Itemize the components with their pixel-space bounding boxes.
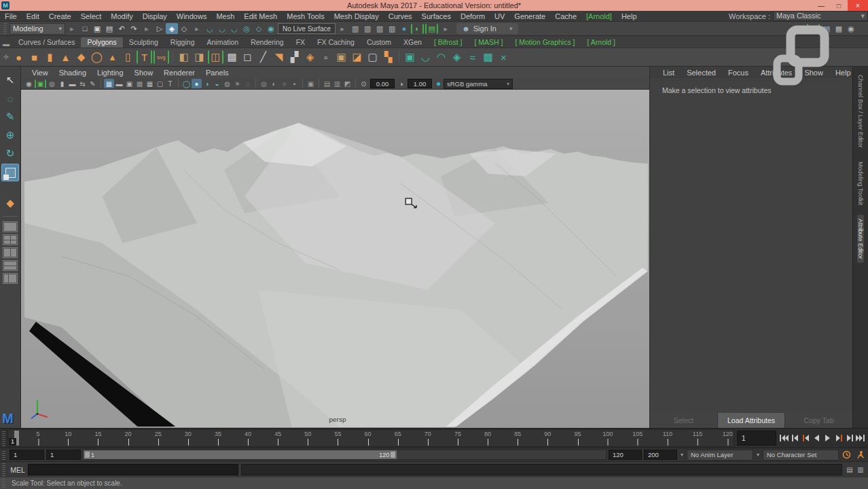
shelf-tab-rendering[interactable]: Rendering bbox=[245, 37, 289, 48]
sidebar-tab-channel-box-layer-editor[interactable]: Channel Box / Layer Editor bbox=[857, 71, 864, 152]
camera-attributes-icon[interactable]: ◎ bbox=[47, 79, 57, 88]
sidebar-tab-modeling-toolkit[interactable]: Modeling Toolkit bbox=[857, 158, 864, 209]
scale-tool-button[interactable] bbox=[1, 164, 19, 181]
menu-set-dropdown[interactable]: Modeling ▾ bbox=[10, 23, 65, 35]
select-hierarchy-icon[interactable]: ▷ bbox=[153, 23, 166, 34]
last-tool-button[interactable]: ◆ bbox=[2, 195, 18, 211]
lasso-select-tool-button[interactable]: ◌ bbox=[2, 90, 18, 107]
output-connections-icon[interactable]: ▥ bbox=[361, 23, 374, 34]
poly-pyramid-icon[interactable]: ▴ bbox=[105, 50, 120, 65]
step-forward-key-button[interactable] bbox=[833, 433, 844, 443]
default-material-icon[interactable]: ▪ bbox=[289, 79, 300, 88]
play-forwards-button[interactable] bbox=[822, 433, 833, 443]
menu-create[interactable]: Create bbox=[44, 12, 76, 20]
shelf-options-icon[interactable]: ✣ bbox=[1, 54, 11, 60]
playback-end-field[interactable]: 120 bbox=[609, 450, 642, 460]
ambient-occlusion-icon[interactable]: ☀ bbox=[232, 79, 242, 88]
shelf-tab-custom[interactable]: Custom bbox=[361, 37, 397, 48]
frame-rate-icon[interactable]: ▥ bbox=[386, 23, 398, 34]
menu-uv[interactable]: UV bbox=[490, 12, 509, 20]
grid-toggle-icon[interactable]: ▦ bbox=[104, 79, 114, 88]
delete-component-icon[interactable]: ▢ bbox=[365, 50, 380, 65]
smooth-icon[interactable]: ▩ bbox=[224, 50, 240, 65]
menu-file[interactable]: File bbox=[0, 12, 22, 20]
shelf-tab-arnold[interactable]: [ Arnold ] bbox=[581, 37, 621, 48]
anim-layer-dropdown[interactable]: No Anim Layer bbox=[687, 450, 753, 460]
capture-icon[interactable]: ▥ bbox=[332, 79, 342, 88]
group-expander-icon[interactable]: ▸ bbox=[439, 23, 452, 34]
checker-window-icon[interactable]: ▩ bbox=[480, 50, 496, 65]
animation-preferences-icon[interactable] bbox=[854, 450, 866, 460]
curve-warp-icon[interactable]: ≈ bbox=[465, 50, 480, 65]
ae-menu-show[interactable]: Show bbox=[798, 69, 829, 77]
mirror-icon[interactable]: ◫ bbox=[208, 50, 223, 64]
input-connections-icon[interactable]: ▥ bbox=[349, 23, 361, 34]
quad-draw-icon[interactable]: ▣ bbox=[402, 50, 418, 65]
color-space-dropdown[interactable]: sRGB gamma ▾ bbox=[444, 79, 513, 89]
help-line-grip[interactable] bbox=[2, 479, 5, 488]
poly-plane-icon[interactable]: ◆ bbox=[73, 50, 89, 65]
undo-icon[interactable]: ↶ bbox=[115, 23, 128, 34]
contrast-icon[interactable]: ◑ bbox=[396, 79, 406, 88]
current-frame-field[interactable]: 1 bbox=[737, 431, 776, 446]
time-slider-grip[interactable] bbox=[2, 430, 5, 446]
menu-display[interactable]: Display bbox=[138, 12, 172, 20]
menu-modify[interactable]: Modify bbox=[106, 12, 137, 20]
status-line-grip[interactable] bbox=[3, 23, 7, 34]
render-settings-icon[interactable]: ▤ bbox=[425, 24, 438, 34]
sidebar-tab-attribute-editor[interactable]: Attribute Editor bbox=[857, 215, 864, 264]
panel-menu-panels[interactable]: Panels bbox=[200, 69, 234, 77]
bevel-icon[interactable]: ◪ bbox=[349, 50, 365, 65]
auto-keyframe-icon[interactable] bbox=[841, 450, 852, 460]
menu-deform[interactable]: Deform bbox=[456, 12, 490, 20]
go-to-start-button[interactable] bbox=[779, 433, 789, 443]
two-pane-side-layout-button[interactable] bbox=[3, 247, 18, 258]
viewport-canvas[interactable]: persp bbox=[21, 90, 649, 428]
poly-torus-icon[interactable]: ◯ bbox=[89, 50, 105, 65]
menu-mesh-display[interactable]: Mesh Display bbox=[329, 12, 384, 20]
selection-highlight-icon[interactable]: ▣ bbox=[306, 79, 316, 88]
panel-menu-view[interactable]: View bbox=[26, 69, 54, 77]
chevron-down-icon[interactable]: ▾ bbox=[755, 452, 761, 458]
ae-menu-selected[interactable]: Selected bbox=[681, 69, 722, 77]
film-gate-icon[interactable]: ▬ bbox=[114, 79, 124, 88]
range-end-handle[interactable] bbox=[391, 452, 395, 458]
range-slider-bar[interactable]: 1 120 bbox=[84, 450, 397, 459]
group-expander-icon[interactable]: ▸ bbox=[141, 23, 153, 34]
step-back-frame-button[interactable] bbox=[790, 433, 800, 443]
play-backwards-button[interactable] bbox=[812, 433, 822, 443]
live-surface-field[interactable]: No Live Surface bbox=[278, 23, 336, 34]
safe-title-icon[interactable]: T bbox=[165, 79, 175, 88]
quadrangulate-icon[interactable]: ▚ bbox=[380, 50, 396, 65]
shelf-tab-fx-caching[interactable]: FX Caching bbox=[311, 37, 361, 48]
shadows-icon[interactable]: ◍ bbox=[222, 79, 232, 88]
range-slider-grip[interactable] bbox=[2, 450, 5, 460]
exposure-icon[interactable]: ⊙ bbox=[359, 79, 369, 88]
attribute-editor-toggle-icon[interactable]: ▤ bbox=[820, 23, 833, 34]
component-scale-icon[interactable]: ▣ bbox=[333, 50, 349, 65]
playback-start-field[interactable]: 1 bbox=[46, 450, 81, 460]
command-line-grip[interactable] bbox=[2, 463, 5, 476]
channel-box-toggle-icon[interactable]: ◉ bbox=[845, 23, 857, 34]
single-pane-layout-button[interactable] bbox=[3, 221, 18, 232]
shelf-tab-polygons[interactable]: Polygons bbox=[81, 37, 122, 48]
group-expander-icon[interactable]: ▸ bbox=[191, 23, 203, 34]
shelf-tab-motion-graphics[interactable]: [ Motion Graphics ] bbox=[509, 37, 581, 48]
two-d-pan-zoom-icon[interactable]: ⇆ bbox=[77, 79, 88, 88]
panel-menu-lighting[interactable]: Lighting bbox=[92, 69, 129, 77]
wireframe-on-shaded-icon[interactable]: ○ bbox=[279, 79, 289, 88]
shelf-collapse-icon[interactable]: ▬ bbox=[0, 40, 12, 48]
panel-menu-show[interactable]: Show bbox=[129, 69, 159, 77]
shelf-tab-animation[interactable]: Animation bbox=[200, 37, 245, 48]
shaded-icon[interactable]: ● bbox=[192, 79, 202, 88]
two-pane-stacked-layout-button[interactable] bbox=[3, 260, 18, 271]
poly-pipe-icon[interactable]: ▯ bbox=[120, 50, 136, 65]
snap-grid-icon[interactable]: ◡ bbox=[204, 23, 216, 34]
menu-mesh-tools[interactable]: Mesh Tools bbox=[282, 12, 329, 20]
paint-select-tool-button[interactable]: ✎ bbox=[2, 109, 18, 125]
ae-menu-focus[interactable]: Focus bbox=[722, 69, 755, 77]
rotate-tool-button[interactable]: ↻ bbox=[2, 145, 18, 162]
sign-in-dropdown[interactable]: ☻ Sign In ▾ bbox=[456, 23, 518, 34]
shelf-tab-bifrost[interactable]: [ Bifrost ] bbox=[428, 37, 468, 48]
script-editor-icon[interactable]: ▥ bbox=[856, 465, 865, 475]
